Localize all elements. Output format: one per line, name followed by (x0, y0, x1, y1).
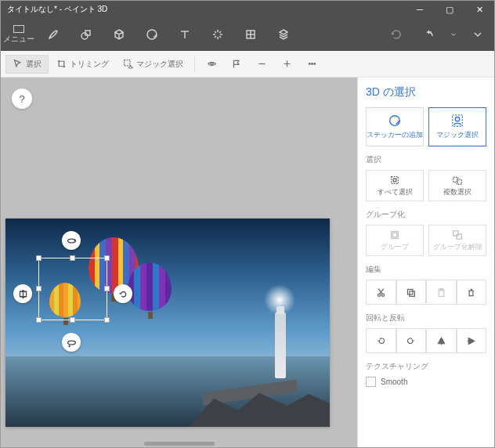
brush-tool-icon[interactable] (37, 18, 70, 51)
group-icon (389, 229, 400, 240)
help-button[interactable]: ? (12, 89, 32, 109)
help-label: ? (19, 93, 24, 105)
resize-handle[interactable] (104, 255, 110, 261)
ungroup-button: グループ化解除 (428, 225, 486, 256)
group-label: グループ (381, 242, 409, 252)
rotate-right-icon (406, 336, 416, 346)
resize-handle[interactable] (70, 317, 75, 323)
svg-point-6 (311, 63, 313, 65)
maximize-button[interactable]: ▢ (435, 1, 464, 18)
section-edit-label: 編集 (366, 264, 486, 275)
more-button[interactable] (300, 54, 323, 74)
resize-handle[interactable] (36, 255, 42, 261)
crop-label: トリミング (70, 59, 109, 70)
svg-point-5 (309, 63, 310, 65)
magic-select-tool[interactable]: マジック選択 (117, 56, 190, 73)
balloon-object[interactable] (128, 262, 172, 311)
effects-tool-icon[interactable] (201, 18, 234, 51)
stickers-tool-icon[interactable] (135, 18, 168, 51)
resize-handle[interactable] (36, 317, 42, 323)
history-tool-icon[interactable] (380, 18, 413, 51)
section-texture-label: テクスチャリング (366, 361, 486, 372)
menu-icon (13, 25, 24, 33)
minimize-button[interactable]: ─ (405, 1, 435, 18)
redo-dropdown-icon[interactable] (446, 18, 461, 51)
delete-button[interactable] (457, 280, 487, 305)
cut-icon (376, 287, 386, 298)
menu-label: メニュー (3, 34, 34, 45)
close-button[interactable]: ✕ (464, 1, 494, 18)
smooth-checkbox-row[interactable]: Smooth (366, 377, 486, 387)
paste-button (426, 280, 457, 305)
top-toolbar: メニュー (1, 18, 494, 51)
3d-shapes-tool-icon[interactable] (103, 18, 135, 51)
resize-handle[interactable] (36, 286, 42, 291)
resize-handle[interactable] (104, 286, 110, 291)
section-rotate-label: 回転と反転 (366, 313, 486, 323)
zoom-out-button[interactable] (250, 54, 273, 74)
text-tool-icon[interactable] (168, 18, 201, 51)
3d-library-tool-icon[interactable] (267, 18, 300, 51)
ungroup-label: グループ化解除 (433, 242, 482, 252)
flip-vertical-button[interactable] (457, 328, 487, 353)
resize-handle[interactable] (70, 255, 75, 261)
2d-shapes-tool-icon[interactable] (70, 18, 103, 51)
cut-button[interactable] (366, 280, 396, 305)
smooth-checkbox[interactable] (366, 377, 376, 387)
canvas-tool-icon[interactable] (234, 18, 267, 51)
horizontal-scrollbar[interactable] (144, 442, 215, 446)
copy-button[interactable] (396, 280, 427, 305)
svg-point-11 (455, 117, 459, 121)
sticker-add-button[interactable]: ステッカーの追加 (366, 107, 424, 146)
titlebar: タイトルなし* - ペイント 3D ─ ▢ ✕ (1, 1, 494, 18)
rotate-y-gizmo[interactable] (62, 333, 81, 352)
canvas[interactable] (5, 219, 330, 427)
section-select-label: 選択 (366, 154, 486, 165)
svg-point-4 (210, 63, 212, 65)
menu-button[interactable]: メニュー (1, 25, 37, 45)
canvas-area[interactable]: ? (1, 78, 357, 447)
select-tool[interactable]: 選択 (5, 55, 49, 74)
rotate-right-button[interactable] (396, 328, 427, 353)
magic-select-icon (123, 59, 133, 69)
flip-h-icon (436, 336, 446, 346)
svg-rect-24 (410, 291, 415, 296)
svg-rect-13 (392, 176, 399, 183)
svg-rect-23 (408, 289, 414, 294)
select-label: 選択 (26, 59, 42, 70)
svg-point-7 (313, 63, 315, 65)
svg-rect-18 (392, 233, 396, 237)
crop-tool[interactable]: トリミング (50, 56, 115, 73)
rotate-z-gizmo[interactable] (114, 284, 132, 303)
resize-handle[interactable] (104, 317, 110, 323)
select-all-icon (389, 175, 400, 186)
flag-button[interactable] (225, 54, 248, 74)
undo-icon[interactable] (413, 18, 446, 51)
select-all-button[interactable]: すべて選択 (366, 170, 424, 201)
panel-title: 3D の選択 (366, 85, 486, 99)
flip-horizontal-button[interactable] (426, 328, 457, 353)
magic-select-label: マジック選択 (436, 130, 479, 140)
multi-select-label: 複数選択 (443, 187, 472, 197)
multi-select-button[interactable]: 複数選択 (428, 170, 486, 201)
svg-point-21 (378, 294, 380, 296)
separator (194, 56, 195, 72)
selection-box[interactable] (38, 258, 107, 320)
zoom-in-button[interactable] (275, 54, 298, 74)
trash-icon (466, 287, 476, 298)
expand-panel-icon[interactable] (461, 18, 494, 51)
rotate-x-gizmo[interactable] (62, 231, 81, 250)
magic-select-label: マジック選択 (136, 59, 183, 70)
z-depth-gizmo[interactable] (13, 284, 32, 303)
multi-select-icon (452, 175, 463, 186)
paste-icon (436, 287, 446, 298)
crop-icon (56, 59, 67, 69)
smooth-label: Smooth (381, 378, 407, 386)
3d-view-toggle[interactable] (200, 54, 223, 74)
svg-point-2 (147, 30, 157, 39)
svg-point-10 (390, 116, 400, 126)
svg-rect-14 (393, 179, 396, 182)
magic-select-button[interactable]: マジック選択 (428, 107, 486, 146)
rotate-left-button[interactable] (366, 328, 396, 353)
svg-rect-3 (125, 60, 130, 66)
